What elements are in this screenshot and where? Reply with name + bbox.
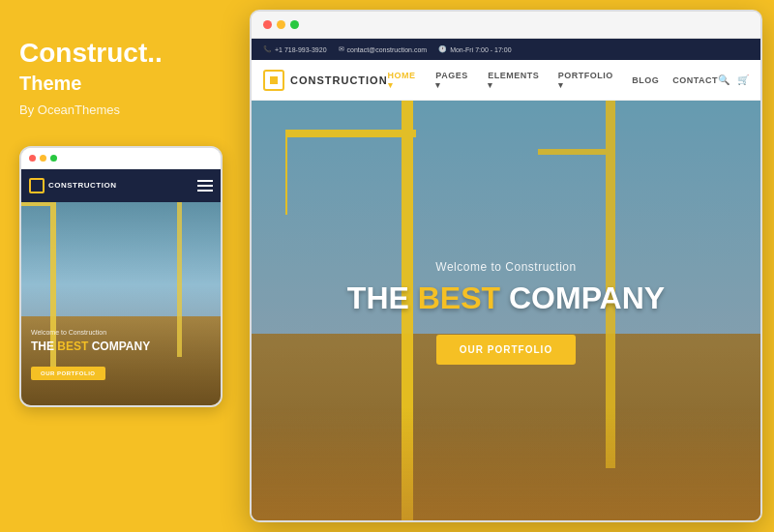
nav-link-portfolio[interactable]: PORTFOLIO ▾ bbox=[558, 71, 618, 90]
mobile-headline-best: BEST bbox=[57, 340, 88, 353]
header-email: ✉ contact@construction.com bbox=[339, 45, 428, 53]
mobile-welcome-text: Welcome to Construction bbox=[31, 329, 211, 336]
desktop-dot-yellow bbox=[277, 20, 285, 29]
desktop-headline-company: COMPANY bbox=[500, 281, 665, 315]
cart-icon[interactable]: 🛒 bbox=[737, 74, 749, 85]
nav-icons: 🔍 🛒 bbox=[718, 74, 749, 85]
clock-icon: 🕐 bbox=[438, 45, 447, 53]
mobile-logo-icon bbox=[29, 178, 45, 193]
mobile-dot-green bbox=[50, 155, 57, 162]
mobile-mockup: CONSTRUCTION Welcome to Construction THE… bbox=[19, 146, 223, 407]
header-phone: 📞 +1 718-993-3920 bbox=[263, 45, 327, 53]
mobile-top-bar bbox=[21, 148, 221, 169]
desktop-hero: Welcome to Construction THE BEST COMPANY… bbox=[252, 101, 760, 522]
desktop-headline-best: BEST bbox=[418, 281, 500, 315]
theme-subtitle: Theme bbox=[19, 73, 221, 95]
mobile-headline: THE BEST COMPANY bbox=[31, 340, 211, 353]
mobile-hamburger-icon[interactable] bbox=[197, 180, 213, 192]
mobile-headline-company: COMPANY bbox=[88, 340, 150, 353]
site-logo-inner bbox=[270, 76, 278, 84]
desktop-nav-links: HOME ▾ PAGES ▾ ELEMENTS ▾ PORTFOLIO ▾ BL… bbox=[388, 71, 718, 90]
desktop-dot-red bbox=[263, 20, 272, 29]
phone-icon: 📞 bbox=[263, 45, 272, 53]
header-contact-info: 📞 +1 718-993-3920 ✉ contact@construction… bbox=[263, 45, 512, 53]
site-logo-text: CONSTRUCTION bbox=[290, 74, 388, 86]
mobile-headline-the: THE bbox=[31, 340, 57, 353]
desktop-headline: THE BEST COMPANY bbox=[313, 281, 700, 315]
theme-title: Construct.. bbox=[19, 39, 221, 69]
desktop-site-nav: CONSTRUCTION HOME ▾ PAGES ▾ ELEMENTS ▾ P… bbox=[252, 60, 760, 101]
mobile-nav: CONSTRUCTION bbox=[21, 169, 221, 202]
construction-ground bbox=[252, 408, 760, 522]
desktop-mockup: 📞 +1 718-993-3920 ✉ contact@construction… bbox=[250, 10, 762, 522]
site-logo[interactable]: CONSTRUCTION bbox=[263, 70, 388, 91]
email-icon: ✉ bbox=[339, 45, 344, 53]
nav-link-elements[interactable]: ELEMENTS ▾ bbox=[488, 71, 545, 90]
mobile-dot-yellow bbox=[40, 155, 46, 162]
mobile-logo-text: CONSTRUCTION bbox=[48, 181, 116, 190]
nav-link-pages[interactable]: PAGES ▾ bbox=[435, 71, 474, 90]
desktop-top-bar bbox=[252, 12, 760, 39]
desktop-headline-the: THE bbox=[347, 281, 418, 315]
desktop-dot-green bbox=[290, 20, 299, 29]
mobile-hero-content: Welcome to Construction THE BEST COMPANY… bbox=[31, 329, 211, 379]
site-logo-icon bbox=[263, 70, 284, 91]
desktop-hero-content: Welcome to Construction THE BEST COMPANY… bbox=[313, 260, 700, 365]
desktop-portfolio-button[interactable]: OUR PORTFOLIO bbox=[436, 335, 576, 365]
mobile-hero: Welcome to Construction THE BEST COMPANY… bbox=[21, 202, 221, 407]
mobile-portfolio-button[interactable]: OUR PORTFOLIO bbox=[31, 367, 105, 380]
desktop-welcome-text: Welcome to Construction bbox=[313, 260, 700, 274]
left-panel: Construct.. Theme By OceanThemes CONSTRU… bbox=[0, 0, 240, 532]
header-hours: 🕐 Mon-Fri 7:00 - 17:00 bbox=[438, 45, 511, 53]
mobile-dot-red bbox=[29, 155, 36, 162]
right-panel: 📞 +1 718-993-3920 ✉ contact@construction… bbox=[240, 0, 774, 532]
nav-link-blog[interactable]: BLOG bbox=[632, 75, 659, 85]
theme-author: By OceanThemes bbox=[19, 103, 221, 117]
search-icon[interactable]: 🔍 bbox=[718, 74, 729, 85]
nav-link-contact[interactable]: CONTACT bbox=[672, 75, 718, 85]
desktop-site-header-top: 📞 +1 718-993-3920 ✉ contact@construction… bbox=[252, 39, 760, 60]
nav-link-home[interactable]: HOME ▾ bbox=[388, 71, 423, 90]
mobile-logo: CONSTRUCTION bbox=[29, 178, 116, 193]
